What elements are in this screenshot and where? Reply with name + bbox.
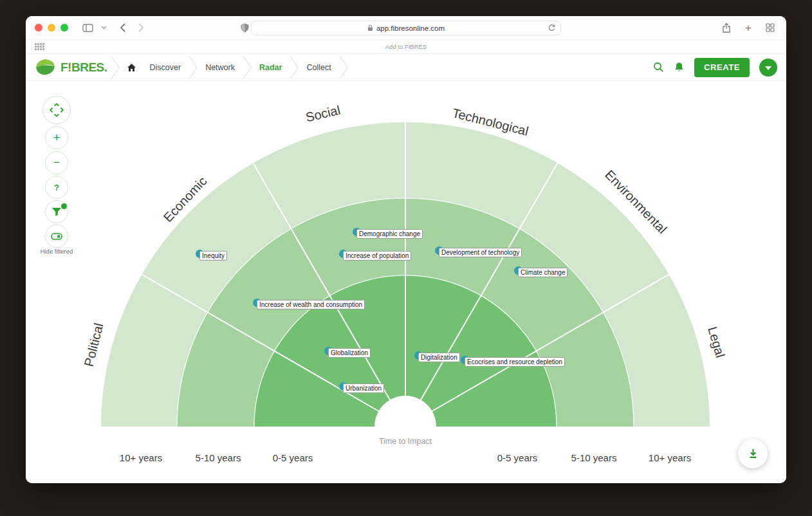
filter-funnel-icon [51,207,62,217]
breadcrumb-item[interactable]: Collect [299,63,338,72]
notifications-button[interactable] [674,62,685,73]
hide-filtered-label: Hide filtered [26,248,88,255]
breadcrumb-separator [289,54,299,80]
pan-control[interactable] [42,96,71,124]
breadcrumb-separator [110,54,120,80]
sector-label: Legal [705,325,728,359]
reload-button[interactable] [548,24,556,33]
breadcrumb-item[interactable]: Radar [252,63,289,72]
pan-arrows-icon [48,102,65,118]
trend-label: Increase of population [343,251,411,261]
close-button[interactable] [35,24,42,32]
browser-toolbar: app.fibresonline.com + [26,16,786,39]
trend-label: Urbanization [343,383,384,393]
bookmarks-bar: Add to FIBRES [26,39,786,54]
ring-label: 5-10 years [196,452,241,463]
tab-overview-button[interactable] [762,23,779,32]
traffic-lights [35,24,68,32]
trend-item[interactable]: Climate change [514,266,567,275]
sector-label: Environmental [602,167,669,237]
breadcrumb-label: Discover [150,63,181,72]
sidebar-chevron-icon[interactable] [97,26,111,30]
trend-label: Climate change [518,268,567,277]
breadcrumb-item[interactable]: Discover [143,63,189,72]
trend-label: Increase of wealth and consumption [257,300,365,309]
minimize-button[interactable] [48,24,55,32]
search-button[interactable] [653,62,664,73]
trend-item[interactable]: Increase of population [339,249,411,258]
chevron-down-icon [765,66,771,70]
header-actions: CREATE [653,58,777,77]
bookmark-item[interactable]: Add to FIBRES [26,43,786,50]
trend-item[interactable]: Digitalization [414,351,460,360]
user-menu-button[interactable] [759,59,777,77]
breadcrumb-item[interactable]: Network [198,63,242,72]
trend-label: Development of technology [439,248,522,257]
lock-icon [367,24,373,32]
breadcrumb-label: Collect [306,63,331,72]
sector-label: Political [82,322,107,368]
create-button[interactable]: CREATE [694,58,750,77]
trend-item[interactable]: Demographic change [353,227,423,236]
breadcrumb-separator [188,54,198,80]
breadcrumb-items: Discover Network Radar Collect [143,54,349,80]
sidebar-toggle-button[interactable] [78,24,97,32]
new-tab-button[interactable]: + [741,23,755,33]
fibres-logo[interactable]: F!BRES. [35,58,107,77]
filter-active-badge [61,203,67,209]
trend-label: Ecocrises and resource depletion [465,357,565,367]
breadcrumb-separator [338,54,349,80]
forward-button[interactable] [134,23,148,32]
trend-label: Globalization [328,348,371,358]
url-text: app.fibresonline.com [376,24,445,32]
fibres-leaf-icon [35,58,57,77]
ring-label: 10+ years [120,452,162,463]
radar-canvas: + − ? Hide filtered PoliticalEconomicSoc… [26,81,786,483]
hide-filtered-toggle[interactable] [45,225,68,248]
zoom-out-button[interactable]: − [45,151,68,174]
breadcrumb-label: Radar [259,63,282,72]
ring-label: 0-5 years [273,452,313,463]
ring-label: 10+ years [649,452,691,463]
breadcrumb-label: Network [205,63,235,72]
url-bar[interactable]: app.fibresonline.com [251,21,561,35]
trend-item[interactable]: Globalization [324,346,371,355]
app-header: F!BRES. Discover Network Radar Collect C… [26,54,786,81]
time-to-impact-label: Time to Impact [379,437,432,446]
trend-item[interactable]: Inequity [196,249,227,258]
trend-label: Demographic change [356,229,423,239]
back-button[interactable] [116,23,129,32]
radar-chart [26,81,786,483]
search-icon [653,62,664,73]
browser-window: app.fibresonline.com + Add to FIBRES F [26,16,786,483]
home-icon [127,64,136,71]
breadcrumb-separator [242,54,252,80]
brand-name: F!BRES. [60,60,107,75]
trend-item[interactable]: Development of technology [435,246,522,255]
trend-item[interactable]: Increase of wealth and consumption [253,298,365,307]
breadcrumb-home[interactable] [120,64,143,71]
download-button[interactable] [738,439,768,468]
ring-label: 5-10 years [571,452,617,463]
sector-label: Social [304,103,342,125]
help-button[interactable]: ? [45,176,68,199]
trend-item[interactable]: Ecocrises and resource depletion [461,355,565,364]
sector-label: Technological [450,106,530,139]
fullscreen-button[interactable] [60,24,68,32]
breadcrumb: Discover Network Radar Collect [110,54,349,80]
trend-label: Digitalization [418,353,460,362]
ring-label: 0-5 years [497,452,538,463]
toggle-icon [51,233,62,240]
bell-icon [674,62,685,73]
zoom-in-button[interactable]: + [45,126,68,149]
download-icon [748,448,759,459]
trend-item[interactable]: Urbanization [339,382,384,391]
share-button[interactable] [718,23,735,33]
sector-label: Economic [161,174,210,225]
trend-label: Inequity [199,251,227,261]
